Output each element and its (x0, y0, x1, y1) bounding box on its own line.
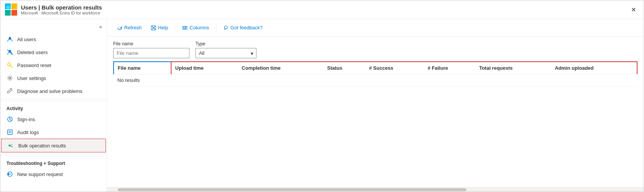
sidebar-divider-activity (0, 99, 107, 99)
svg-line-9 (10, 66, 13, 68)
sidebar-item-new-support-request[interactable]: New support request (0, 168, 107, 181)
page-subtitle: Microsoft · Microsoft Entra ID for workf… (21, 11, 102, 15)
table-header: File name Upload time Completion time St… (114, 62, 637, 74)
svg-point-5 (9, 37, 11, 39)
col-completion-time: Completion time (238, 62, 323, 74)
toolbar: Refresh Help Columns (107, 19, 644, 37)
sidebar-item-label: Deleted users (17, 50, 48, 55)
page-title: Users | Bulk operation results (21, 4, 102, 11)
svg-point-8 (8, 63, 11, 66)
col-admin-uploaded: Admin uploaded (551, 62, 637, 74)
table-body: No results (114, 74, 637, 86)
sidebar-item-password-reset[interactable]: Password reset (0, 59, 107, 72)
sidebar-item-label: All users (17, 37, 36, 42)
sidebar-item-diagnose[interactable]: Diagnose and solve problems (0, 85, 107, 98)
sidebar-item-bulk-operation-results[interactable]: Bulk operation results (1, 139, 106, 152)
refresh-icon (117, 25, 122, 30)
columns-label: Columns (189, 25, 209, 30)
sidebar-item-audit-logs[interactable]: Audit logs (0, 126, 107, 139)
signin-icon (6, 116, 13, 123)
table-container: File name Upload time Completion time St… (107, 61, 644, 187)
sidebar-item-user-settings[interactable]: User settings (0, 72, 107, 85)
title-text: Users | Bulk operation results Microsoft… (21, 4, 102, 15)
type-select-wrapper: All Import Export ▾ (195, 48, 256, 58)
toolbar-divider-2 (216, 24, 216, 32)
sidebar: « All users Deleted users (0, 19, 107, 192)
gear-icon (6, 75, 13, 82)
sidebar-item-label: Sign-ins (17, 117, 35, 122)
refresh-button[interactable]: Refresh (113, 23, 146, 32)
svg-rect-25 (183, 26, 184, 29)
no-results-text: No results (114, 74, 637, 86)
type-filter-group: Type All Import Export ▾ (195, 41, 256, 58)
col-status: Status (324, 62, 365, 74)
svg-line-20 (10, 146, 11, 147)
svg-line-19 (10, 144, 11, 146)
sidebar-item-label: New support request (17, 171, 63, 177)
col-upload-time: Upload time (171, 62, 238, 74)
sidebar-divider-support (0, 154, 107, 154)
log-icon (6, 129, 13, 136)
horizontal-scrollbar[interactable] (107, 187, 644, 192)
help-icon (151, 25, 156, 30)
columns-button[interactable]: Columns (178, 23, 213, 32)
feedback-button[interactable]: Got feedback? (219, 23, 267, 32)
col-failure: # Failure (424, 62, 475, 74)
sidebar-item-label: Password reset (17, 62, 51, 68)
svg-rect-2 (5, 10, 11, 16)
content-area: Refresh Help Columns (107, 19, 644, 192)
svg-rect-1 (11, 3, 17, 9)
sidebar-collapse[interactable]: « (0, 22, 107, 33)
svg-point-22 (8, 173, 10, 175)
bulk-icon (8, 142, 14, 149)
filter-row: File name Type All Import Export ▾ (107, 37, 644, 61)
user-icon (6, 36, 13, 43)
svg-rect-26 (184, 26, 186, 29)
filename-input[interactable] (113, 48, 189, 58)
troubleshooting-section-label: Troubleshooting + Support (0, 156, 107, 168)
col-total-requests: Total requests (475, 62, 551, 74)
help-label: Help (158, 25, 168, 30)
wrench-icon (6, 88, 13, 94)
filename-label: File name (113, 41, 189, 46)
help-button[interactable]: Help (147, 23, 172, 32)
sidebar-item-all-users[interactable]: All users (0, 33, 107, 46)
type-label: Type (195, 41, 256, 46)
table-header-row: File name Upload time Completion time St… (114, 62, 637, 74)
sidebar-item-label: Bulk operation results (18, 143, 66, 149)
sidebar-item-label: Audit logs (17, 130, 39, 135)
type-select[interactable]: All Import Export (195, 48, 256, 58)
main-layout: « All users Deleted users (0, 19, 644, 192)
sidebar-item-label: Diagnose and solve problems (17, 88, 82, 94)
sidebar-item-deleted-users[interactable]: Deleted users (0, 46, 107, 59)
svg-rect-3 (11, 10, 17, 16)
titlebar: Users | Bulk operation results Microsoft… (0, 0, 644, 19)
feedback-icon (223, 25, 229, 30)
feedback-label: Got feedback? (231, 25, 263, 30)
columns-icon (182, 25, 187, 30)
svg-point-18 (11, 146, 13, 147)
scrollbar-thumb[interactable] (118, 188, 466, 191)
support-icon (6, 171, 13, 178)
close-button[interactable]: ✕ (628, 5, 639, 15)
svg-point-16 (9, 145, 11, 147)
refresh-label: Refresh (124, 25, 142, 30)
filename-filter-group: File name (113, 41, 189, 58)
table-row-no-results: No results (114, 74, 637, 86)
sidebar-item-sign-ins[interactable]: Sign-ins (0, 113, 107, 126)
sidebar-item-label: User settings (17, 75, 46, 81)
svg-rect-27 (186, 26, 187, 29)
activity-section-label: Activity (0, 101, 107, 113)
svg-point-17 (11, 144, 13, 145)
col-success: # Success (365, 62, 424, 74)
col-file-name: File name (114, 62, 171, 74)
toolbar-divider-1 (175, 24, 175, 32)
user-deleted-icon (6, 49, 13, 56)
app-logo (5, 3, 17, 16)
key-icon (6, 62, 13, 69)
collapse-icon[interactable]: « (99, 24, 102, 30)
svg-point-10 (9, 77, 11, 79)
data-table: File name Upload time Completion time St… (113, 61, 638, 86)
titlebar-left: Users | Bulk operation results Microsoft… (5, 3, 102, 16)
